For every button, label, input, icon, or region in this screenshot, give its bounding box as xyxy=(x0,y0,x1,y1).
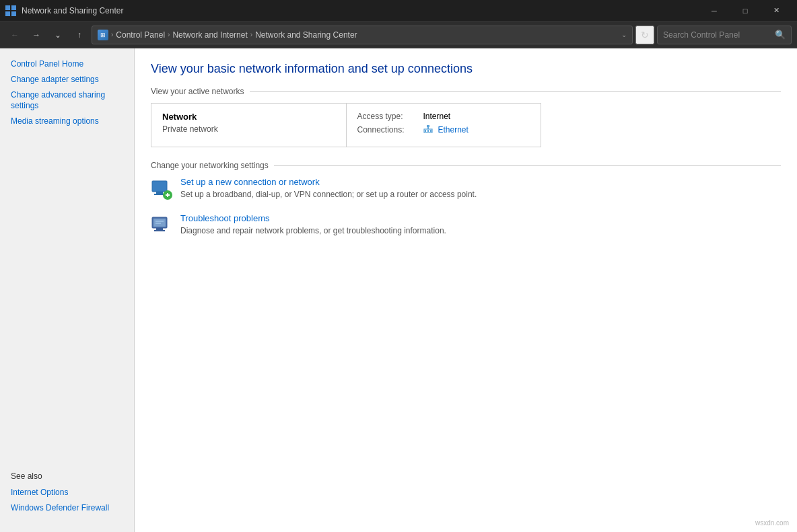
network-left: Network Private network xyxy=(151,104,347,147)
title-bar: Network and Sharing Center ─ □ ✕ xyxy=(0,0,797,22)
search-icon: 🔍 xyxy=(775,30,786,40)
breadcrumb-network-internet[interactable]: Network and Internet xyxy=(172,30,247,40)
sidebar-top: Control Panel Home Change adapter settin… xyxy=(0,56,134,129)
new-connection-link[interactable]: Set up a new connection or network xyxy=(180,177,477,187)
troubleshoot-icon xyxy=(151,215,172,236)
refresh-button[interactable]: ↻ xyxy=(635,26,654,44)
settings-section: Set up a new connection or network Set u… xyxy=(151,177,781,236)
access-type-row: Access type: Internet xyxy=(357,112,530,121)
content-area: View your basic network information and … xyxy=(135,48,797,532)
svg-rect-2 xyxy=(5,11,10,16)
maximize-button[interactable]: □ xyxy=(730,0,761,22)
network-right: Access type: Internet Connections: xyxy=(347,104,541,147)
svg-rect-10 xyxy=(152,181,167,192)
svg-rect-15 xyxy=(167,193,168,197)
breadcrumb-network-sharing[interactable]: Network and Sharing Center xyxy=(255,30,357,40)
network-type: Private network xyxy=(162,124,335,134)
title-bar-text: Network and Sharing Center xyxy=(22,6,123,15)
recent-locations-button[interactable]: ⌄ xyxy=(48,26,67,44)
breadcrumb-control-panel[interactable]: Control Panel xyxy=(116,30,165,40)
connections-row: Connections: Ethernet xyxy=(357,125,530,135)
svg-rect-11 xyxy=(156,192,163,194)
svg-rect-4 xyxy=(427,125,429,127)
sidebar-item-control-panel-home[interactable]: Control Panel Home xyxy=(0,56,134,72)
active-networks-header: View your active networks xyxy=(151,87,781,96)
network-info-box: Network Private network Access type: Int… xyxy=(151,103,541,147)
setting-item-troubleshoot: Troubleshoot problems Diagnose and repai… xyxy=(151,213,781,236)
new-connection-desc: Set up a broadband, dial-up, or VPN conn… xyxy=(180,190,477,199)
control-panel-icon: ⊞ xyxy=(98,30,108,40)
close-button[interactable]: ✕ xyxy=(761,0,792,22)
access-type-value: Internet xyxy=(423,112,451,121)
svg-rect-3 xyxy=(11,11,16,16)
sidebar: Control Panel Home Change adapter settin… xyxy=(0,48,135,532)
new-connection-icon xyxy=(151,178,172,200)
svg-rect-9 xyxy=(430,130,431,132)
page-title: View your basic network information and … xyxy=(151,62,781,76)
troubleshoot-link[interactable]: Troubleshoot problems xyxy=(180,213,446,223)
access-type-label: Access type: xyxy=(357,112,418,121)
svg-rect-17 xyxy=(153,219,166,227)
ethernet-link[interactable]: Ethernet xyxy=(438,125,469,135)
watermark: wsxdn.com xyxy=(755,519,789,527)
svg-rect-18 xyxy=(156,228,163,230)
breadcrumb-dropdown[interactable]: ⌄ xyxy=(621,31,627,38)
sidebar-item-adapter-settings[interactable]: Change adapter settings xyxy=(0,72,134,87)
troubleshoot-desc: Diagnose and repair network problems, or… xyxy=(180,226,446,235)
title-bar-left: Network and Sharing Center xyxy=(5,5,123,16)
address-bar: ← → ⌄ ↑ ⊞ › Control Panel › Network and … xyxy=(0,22,797,48)
sidebar-item-internet-options[interactable]: Internet Options xyxy=(11,485,123,500)
search-input[interactable] xyxy=(663,30,771,40)
up-button[interactable]: ↑ xyxy=(70,26,89,44)
see-also-label: See also xyxy=(11,471,123,481)
change-settings-header: Change your networking settings xyxy=(151,161,781,170)
svg-rect-1 xyxy=(11,5,16,10)
main-container: Control Panel Home Change adapter settin… xyxy=(0,48,797,532)
forward-button[interactable]: → xyxy=(27,26,46,44)
title-bar-controls: ─ □ ✕ xyxy=(699,0,792,22)
new-connection-content: Set up a new connection or network Set u… xyxy=(180,177,477,199)
svg-rect-7 xyxy=(425,130,426,132)
app-icon xyxy=(5,5,16,16)
back-button[interactable]: ← xyxy=(5,26,24,44)
setting-item-new-connection: Set up a new connection or network Set u… xyxy=(151,177,781,200)
connections-label: Connections: xyxy=(357,125,418,135)
breadcrumb-bar[interactable]: ⊞ › Control Panel › Network and Internet… xyxy=(92,26,633,44)
svg-rect-19 xyxy=(154,230,165,231)
network-name: Network xyxy=(162,112,335,122)
minimize-button[interactable]: ─ xyxy=(699,0,730,22)
svg-rect-0 xyxy=(5,5,10,10)
svg-rect-8 xyxy=(427,130,429,132)
sidebar-item-media-streaming[interactable]: Media streaming options xyxy=(0,114,134,129)
search-box[interactable]: 🔍 xyxy=(657,26,792,44)
sidebar-item-advanced-sharing[interactable]: Change advanced sharing settings xyxy=(0,87,134,114)
ethernet-icon xyxy=(423,125,433,135)
network-row: Network Private network Access type: Int… xyxy=(151,104,541,147)
troubleshoot-content: Troubleshoot problems Diagnose and repai… xyxy=(180,213,446,235)
sidebar-item-firewall[interactable]: Windows Defender Firewall xyxy=(11,500,123,516)
sidebar-bottom: See also Internet Options Windows Defend… xyxy=(0,463,134,524)
